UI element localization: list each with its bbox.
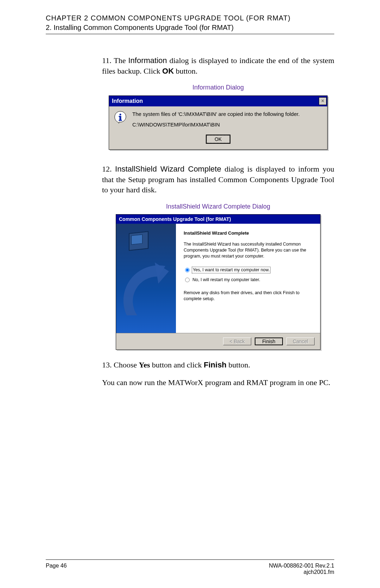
bold-installshield-complete: InstallShield Wizard Complete xyxy=(115,165,221,173)
footer-rule xyxy=(46,559,334,560)
figure-caption-information: Information Dialog xyxy=(102,83,334,92)
bold-finish: Finish xyxy=(204,360,227,369)
bold-information: Information xyxy=(128,56,167,65)
wizard-paragraph-1: The InstallShield Wizard has successfull… xyxy=(184,241,312,259)
wizard-dialog: Common Components Upgrade Tool (for RMAT… xyxy=(116,214,321,350)
information-message-line2: C:\WINDOWS\TEMP\forIMXMAT\BIN xyxy=(132,121,322,128)
wizard-heading: InstallShield Wizard Complete xyxy=(184,230,312,236)
figure-caption-wizard: InstallShield Wizard Complete Dialog xyxy=(102,202,334,211)
wizard-titlebar: Common Components Upgrade Tool (for RMAT… xyxy=(116,215,320,224)
file-name: ajch2001.fm xyxy=(269,569,334,575)
information-titlebar: Information × xyxy=(109,96,327,106)
closing-paragraph: You can now run the MATWorX program and … xyxy=(102,377,334,388)
finish-button[interactable]: Finish xyxy=(255,338,283,345)
step-number: 13. xyxy=(102,360,112,369)
wizard-title-text: Common Components Upgrade Tool (for RMAT… xyxy=(119,216,231,223)
information-title-text: Information xyxy=(112,97,143,105)
svg-rect-3 xyxy=(119,116,121,117)
step-text: The xyxy=(114,56,128,65)
information-message-line1: The system files of 'C:\IMXMAT\BIN' are … xyxy=(132,111,322,118)
step-12: 12. InstallShield Wizard Complete dialog… xyxy=(102,164,334,195)
radio-restart-now[interactable] xyxy=(185,268,190,272)
step-number: 11. xyxy=(102,56,112,65)
cancel-button: Cancel xyxy=(286,338,315,345)
step-text: Choose xyxy=(114,360,139,369)
step-11: 11. The Information dialog is displayed … xyxy=(102,55,334,76)
step-text: button. xyxy=(174,67,197,75)
section-title: 2. Installing Common Components Upgrade … xyxy=(46,24,334,32)
back-button: < Back xyxy=(223,338,251,345)
step-text: button and click xyxy=(150,360,204,369)
step-text: button. xyxy=(227,360,250,369)
radio-restart-later[interactable] xyxy=(185,278,190,282)
ok-button[interactable]: OK xyxy=(206,135,230,143)
chapter-title: CHAPTER 2 COMMON COMPONENTS UPGRADE TOOL… xyxy=(46,14,334,22)
wizard-paragraph-2: Remove any disks from their drives, and … xyxy=(184,290,312,302)
step-number: 12. xyxy=(102,165,112,173)
radio-restart-now-label: Yes, I want to restart my computer now. xyxy=(192,267,271,273)
bold-yes: Yes xyxy=(139,360,150,369)
radio-restart-later-label: No, I will restart my computer later. xyxy=(192,277,261,283)
page-number: Page 46 xyxy=(46,563,67,575)
step-13: 13. Choose Yes button and click Finish b… xyxy=(102,360,334,370)
info-icon xyxy=(114,111,128,126)
svg-point-0 xyxy=(120,113,121,115)
wizard-sidebar-image xyxy=(116,224,176,333)
doc-id: NWA-008862-001 Rev.2.1 xyxy=(269,563,334,569)
svg-rect-2 xyxy=(119,120,122,121)
close-icon[interactable]: × xyxy=(319,97,327,105)
bold-ok: OK xyxy=(162,67,174,75)
header-rule xyxy=(46,34,334,34)
information-dialog: Information × The system files of 'C:\IM… xyxy=(109,95,328,150)
